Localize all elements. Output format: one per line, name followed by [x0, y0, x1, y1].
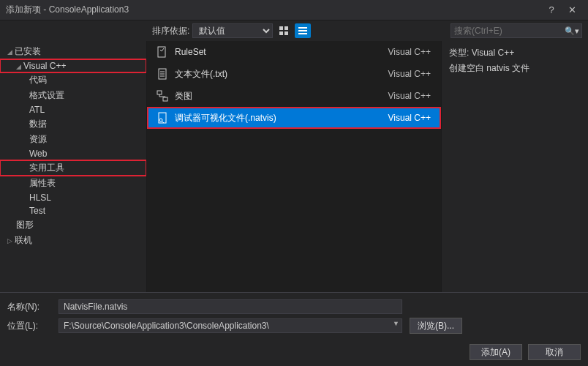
- bottom-form: 名称(N): 位置(L): ▼ 浏览(B)...: [0, 292, 588, 340]
- tree-propsheet[interactable]: 属性表: [0, 176, 146, 191]
- name-label: 名称(N):: [7, 301, 51, 313]
- svg-rect-4: [298, 27, 307, 29]
- svg-rect-2: [279, 31, 283, 35]
- window-title: 添加新项 - ConsoleApplication3: [6, 4, 541, 16]
- svg-rect-5: [298, 30, 307, 31]
- tree-online[interactable]: ▷联机: [0, 233, 146, 248]
- toolbar: 排序依据: 默认值 🔍▾: [0, 20, 588, 41]
- main-area: ◢已安装 ◢Visual C++ 代码 格式设置 ATL 数据 资源 Web 实…: [0, 41, 588, 292]
- tree-test[interactable]: Test: [0, 204, 146, 217]
- location-input[interactable]: [59, 318, 402, 333]
- template-natvis[interactable]: 调试器可视化文件(.natvis) Visual C++: [147, 107, 441, 129]
- footer: 添加(A) 取消: [0, 340, 588, 366]
- add-button[interactable]: 添加(A): [470, 344, 522, 360]
- svg-rect-7: [158, 47, 165, 57]
- tree-format[interactable]: 格式设置: [0, 88, 146, 103]
- search-icon[interactable]: 🔍▾: [565, 26, 579, 36]
- textfile-icon: [154, 68, 170, 80]
- tree-graphics[interactable]: 图形: [0, 217, 146, 233]
- detail-desc: 创建空白 natvis 文件: [449, 62, 581, 75]
- title-bar: 添加新项 - ConsoleApplication3 ? ✕: [0, 0, 588, 20]
- sidebar: ◢已安装 ◢Visual C++ 代码 格式设置 ATL 数据 资源 Web 实…: [0, 41, 146, 292]
- natvis-icon: [154, 112, 170, 124]
- location-dropdown-icon[interactable]: ▼: [393, 320, 399, 327]
- svg-rect-6: [298, 33, 307, 34]
- tree-resource[interactable]: 资源: [0, 132, 146, 147]
- svg-rect-13: [163, 97, 167, 101]
- browse-button[interactable]: 浏览(B)...: [410, 318, 462, 334]
- search-box: 🔍▾: [451, 23, 582, 38]
- svg-rect-12: [157, 91, 162, 94]
- detail-type: 类型: Visual C++: [449, 47, 581, 59]
- classdiagram-icon: [154, 90, 170, 102]
- ruleset-icon: [154, 46, 170, 58]
- template-ruleset[interactable]: RuleSet Visual C++: [147, 41, 441, 63]
- tree-code[interactable]: 代码: [0, 72, 146, 88]
- name-input[interactable]: [59, 299, 402, 314]
- location-label: 位置(L):: [7, 320, 51, 332]
- tree-utility[interactable]: 实用工具: [0, 160, 146, 176]
- svg-rect-0: [279, 26, 283, 30]
- sort-select[interactable]: 默认值: [192, 23, 273, 38]
- grid-view-button[interactable]: [276, 23, 292, 38]
- svg-rect-3: [284, 31, 288, 35]
- close-button[interactable]: ✕: [562, 4, 582, 15]
- detail-panel: 类型: Visual C++ 创建空白 natvis 文件: [442, 41, 588, 292]
- template-classdiagram[interactable]: 类图 Visual C++: [147, 85, 441, 107]
- list-view-button[interactable]: [295, 23, 311, 38]
- search-input[interactable]: [451, 23, 582, 38]
- tree-visual-cpp[interactable]: ◢Visual C++: [0, 59, 146, 72]
- svg-rect-1: [284, 26, 288, 30]
- tree-data[interactable]: 数据: [0, 116, 146, 132]
- cancel-button[interactable]: 取消: [528, 344, 581, 360]
- template-list: RuleSet Visual C++ 文本文件(.txt) Visual C++…: [146, 41, 442, 292]
- svg-point-15: [159, 119, 162, 122]
- help-button[interactable]: ?: [541, 4, 562, 15]
- tree-atl[interactable]: ATL: [0, 103, 146, 116]
- tree-hlsl[interactable]: HLSL: [0, 191, 146, 204]
- template-textfile[interactable]: 文本文件(.txt) Visual C++: [147, 63, 441, 85]
- tree-web[interactable]: Web: [0, 147, 146, 160]
- sort-label: 排序依据:: [152, 25, 189, 37]
- tree-installed[interactable]: ◢已安装: [0, 44, 146, 59]
